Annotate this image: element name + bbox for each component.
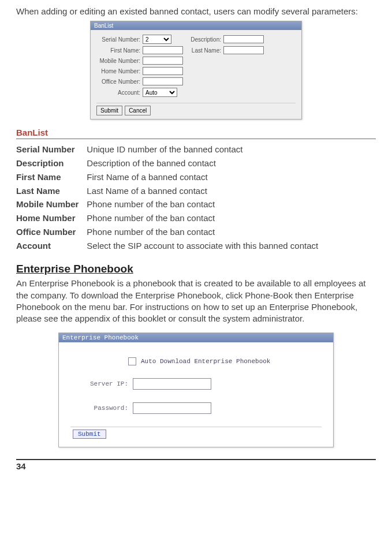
server-ip-input[interactable] [133,378,211,390]
banlist-figure-wrap: BanList Serial Number: 2 Description: Fi… [16,21,376,120]
serial-select[interactable]: 2 [143,35,171,44]
table-row: DescriptionDescription of the banned con… [16,156,318,170]
home-input[interactable] [143,67,183,75]
def-term: Home Number [16,211,87,225]
auto-download-checkbox[interactable] [128,357,136,365]
def-desc: Select the SIP account to associate with… [87,239,318,253]
ep-submit-row: Submit [70,427,322,441]
banlist-fig-title: BanList [91,21,301,30]
label-description: Description: [189,36,223,43]
def-term: Description [16,156,87,170]
def-term: Account [16,239,87,253]
def-desc: Phone number of the ban contact [87,211,318,225]
label-mobile: Mobile Number: [96,58,143,64]
page-number: 34 [16,459,376,471]
label-office: Office Number: [96,79,143,85]
def-term: Mobile Number [16,197,87,211]
cancel-button[interactable]: Cancel [125,106,151,115]
def-term: First Name [16,170,87,184]
table-row: Serial NumberUnique ID number of the ban… [16,143,318,156]
ep-figure: Enterprise Phonebook Auto Download Enter… [58,333,334,447]
banlist-figure: BanList Serial Number: 2 Description: Fi… [90,21,302,120]
ep-fig-title: Enterprise Phonebook [59,333,333,342]
enterprise-phonebook-desc: An Enterprise Phonebook is a phonebook t… [16,278,376,324]
table-row: First NameFirst Name of a banned contact [16,170,318,184]
banlist-buttons: Submit Cancel [96,103,296,117]
password-input[interactable] [133,402,211,414]
ep-figure-wrap: Enterprise Phonebook Auto Download Enter… [16,333,376,447]
ep-submit-button[interactable]: Submit [73,430,106,439]
def-desc: Phone number of the ban contact [87,225,318,239]
auto-download-label: Auto Download Enterprise Phonebook [141,358,270,365]
def-term: Last Name [16,184,87,198]
label-home: Home Number: [96,68,143,74]
def-term: Office Number [16,225,87,239]
last-name-input[interactable] [223,46,264,54]
table-row: Mobile NumberPhone number of the ban con… [16,197,318,211]
label-first: First Name: [96,47,143,54]
table-row: AccountSelect the SIP account to associa… [16,239,318,253]
definitions-table: Serial NumberUnique ID number of the ban… [16,143,318,252]
label-serial: Serial Number: [96,36,143,43]
def-desc: Phone number of the ban contact [87,197,318,211]
table-row: Home NumberPhone number of the ban conta… [16,211,318,225]
label-last: Last Name: [189,47,223,54]
account-select[interactable]: Auto [143,88,177,97]
def-desc: Last Name of a banned contact [87,184,318,198]
label-account: Account: [96,89,143,96]
intro-text: When adding or editing an existed banned… [16,6,376,17]
password-label: Password: [70,405,133,412]
banlist-fig-body: Serial Number: 2 Description: First Name… [91,30,301,119]
ep-password-row: Password: [70,402,322,414]
office-input[interactable] [143,77,183,85]
banlist-form-grid: Serial Number: 2 Description: First Name… [96,35,296,97]
def-desc: First Name of a banned contact [87,170,318,184]
ep-checkbox-row: Auto Download Enterprise Phonebook [70,357,322,365]
enterprise-phonebook-heading: Enterprise Phonebook [16,263,376,275]
def-desc: Unique ID number of the banned contact [87,143,318,156]
description-input[interactable] [223,35,264,43]
server-ip-label: Server IP: [70,380,133,387]
ep-fig-body: Auto Download Enterprise Phonebook Serve… [59,342,333,447]
first-name-input[interactable] [143,46,183,54]
def-term: Serial Number [16,143,87,156]
table-row: Office NumberPhone number of the ban con… [16,225,318,239]
banlist-section-title: BanList [16,128,376,139]
def-desc: Description of the banned contact [87,156,318,170]
ep-serverip-row: Server IP: [70,378,322,390]
submit-button[interactable]: Submit [96,106,122,115]
table-row: Last NameLast Name of a banned contact [16,184,318,198]
mobile-input[interactable] [143,57,183,65]
